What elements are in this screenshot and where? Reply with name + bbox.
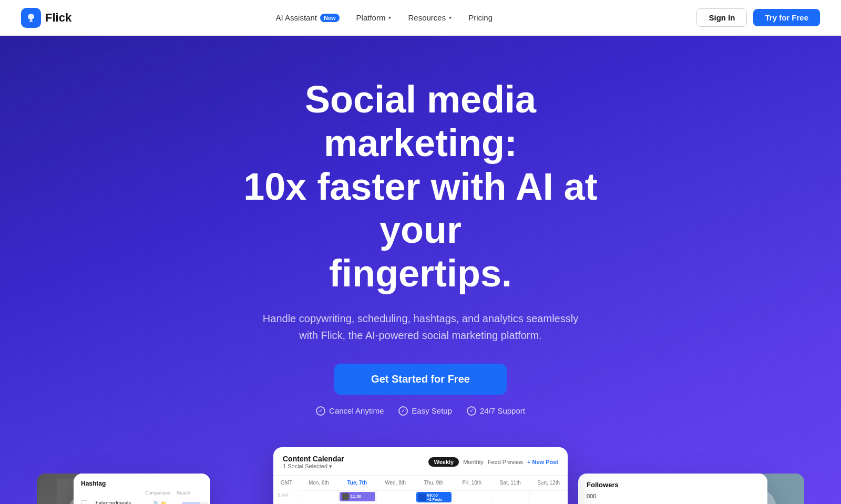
hashtag-card-title: Hashtag	[81, 480, 106, 487]
feature-support: ✓ 24/7 Support	[467, 406, 525, 416]
check-icon: ✓	[316, 406, 325, 416]
logo[interactable]: Flick	[21, 8, 71, 28]
new-post-button[interactable]: + New Post	[527, 459, 558, 465]
hashtag-name: balancedmeals	[96, 500, 151, 504]
hero-headline-line2: 10x faster with AI at your	[243, 166, 598, 251]
calendar-tabs: Weekly Monthly Feed Preview + New Post	[428, 457, 558, 467]
nav-item-pricing[interactable]: Pricing	[468, 13, 493, 22]
nav-badge-new: New	[320, 14, 340, 22]
hero-headline-line3: fingertips.	[329, 252, 512, 294]
navbar: Flick AI Assistant New Platform ▾ Resour…	[0, 0, 841, 36]
calendar-body: 8 AM 11:30 09:00+2 Posts	[273, 490, 568, 504]
cal-day-6: Mon, 6th	[300, 479, 338, 487]
cal-day-11: Sat, 11th	[491, 479, 529, 487]
calendar-event[interactable]: 11:30	[340, 492, 375, 501]
hero-subtext: Handle copywriting, scheduling, hashtags…	[252, 310, 589, 344]
hashtag-col-competition: Competition	[145, 490, 177, 496]
brand-name: Flick	[45, 11, 71, 25]
calendar-event[interactable]: 09:00+2 Posts	[416, 492, 452, 502]
nav-label-ai-assistant: AI Assistant	[276, 13, 317, 22]
nav-label-resources: Resources	[408, 13, 446, 22]
check-icon: ✓	[398, 406, 408, 416]
signin-button[interactable]: Sign In	[696, 8, 747, 27]
calendar-grid-header: GMT Mon, 6th Tue, 7th Wed, 8th Thu, 9th …	[273, 476, 568, 490]
nav-actions: Sign In Try for Free	[696, 8, 820, 27]
feature-setup-label: Easy Setup	[412, 406, 452, 415]
cal-day-7: Tue, 7th	[338, 479, 376, 487]
mockup-area: Hashtag Competition Reach balancedmeals …	[53, 442, 788, 504]
logo-icon	[21, 8, 41, 28]
check-icon: ✓	[467, 406, 476, 416]
nav-item-platform[interactable]: Platform ▾	[356, 13, 392, 22]
analytics-title: Followers	[587, 481, 759, 489]
get-started-button[interactable]: Get Started for Free	[334, 364, 507, 395]
hero-section: Social media marketing: 10x faster with …	[0, 36, 841, 504]
cal-day-8: Wed, 8th	[376, 479, 415, 487]
hashtag-checkbox[interactable]	[81, 500, 87, 504]
cal-gmt: GMT	[273, 479, 300, 487]
hashtag-col-reach: Reach	[177, 490, 203, 496]
tab-feed-preview[interactable]: Feed Preview	[488, 459, 523, 465]
analytics-card: Followers 000	[578, 474, 767, 504]
hero-headline: Social media marketing: 10x faster with …	[205, 78, 636, 295]
chevron-down-icon: ▾	[449, 15, 452, 20]
search-icon: 🔍	[153, 501, 159, 504]
feature-cancel-label: Cancel Anytime	[329, 406, 384, 415]
hashtag-card: Hashtag Competition Reach balancedmeals …	[74, 474, 210, 504]
cal-day-10: Fri, 10th	[453, 479, 491, 487]
folder-icon: 📁	[161, 501, 167, 504]
calendar-card: Content Calendar 1 Social Selected ▾ Wee…	[273, 447, 568, 504]
calendar-subtitle: 1 Social Selected ▾	[283, 463, 344, 470]
nav-label-pricing: Pricing	[468, 13, 493, 22]
nav-item-ai-assistant[interactable]: AI Assistant New	[276, 13, 340, 22]
tab-monthly[interactable]: Monthly	[463, 459, 484, 465]
nav-links: AI Assistant New Platform ▾ Resources ▾ …	[276, 13, 493, 22]
hashtag-row: balancedmeals 🔍 📁	[74, 498, 210, 504]
feature-setup: ✓ Easy Setup	[398, 406, 452, 416]
feature-cancel: ✓ Cancel Anytime	[316, 406, 384, 416]
hero-headline-line1: Social media marketing:	[305, 78, 536, 164]
calendar-title: Content Calendar	[283, 455, 344, 463]
cal-day-12: Sun, 12th	[529, 479, 568, 487]
chevron-down-icon: ▾	[388, 15, 391, 20]
nav-label-platform: Platform	[356, 13, 386, 22]
try-free-button[interactable]: Try for Free	[753, 9, 820, 26]
analytics-number: 000	[578, 493, 767, 502]
feature-support-label: 24/7 Support	[480, 406, 525, 415]
tab-weekly[interactable]: Weekly	[428, 457, 459, 467]
nav-item-resources[interactable]: Resources ▾	[408, 13, 452, 22]
cal-day-9: Thu, 9th	[415, 479, 453, 487]
hero-features: ✓ Cancel Anytime ✓ Easy Setup ✓ 24/7 Sup…	[316, 406, 525, 416]
